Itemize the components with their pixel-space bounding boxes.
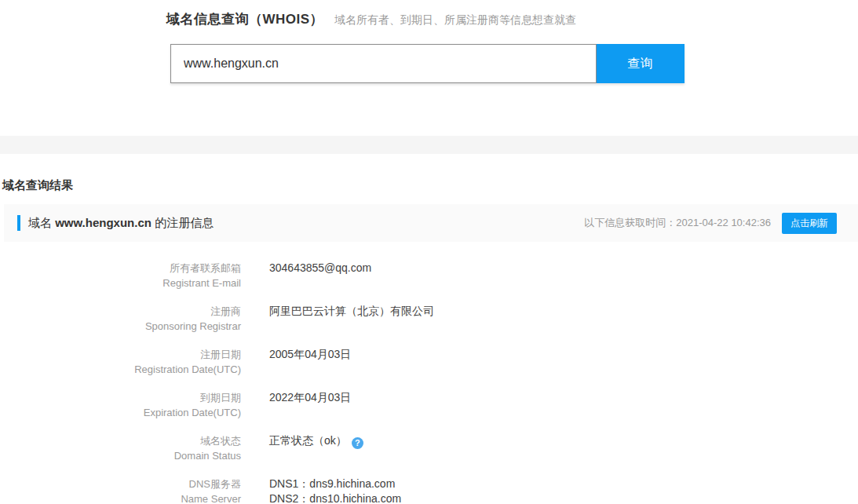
row-value-dns2: DNS2：dns10.hichina.com xyxy=(269,491,401,504)
row-label-en: Name Server xyxy=(0,491,241,504)
row-value: 2005年04月03日 xyxy=(269,347,351,362)
row-label-zh: 到期日期 xyxy=(0,390,241,405)
table-row-registrar: 注册商 Sponsoring Registrar 阿里巴巴云计算（北京）有限公司 xyxy=(0,304,858,334)
search-button[interactable]: 查询 xyxy=(597,44,685,83)
search-section-header: 域名信息查询（WHOIS） 域名所有者、到期日、所属注册商等信息想查就查 xyxy=(166,10,576,28)
row-label-en: Registrant E-mail xyxy=(0,276,241,290)
details-table: 所有者联系邮箱 Registrant E-mail 304643855@qq.c… xyxy=(0,261,858,504)
row-label-en: Registration Date(UTC) xyxy=(0,362,241,377)
row-label-zh: 注册商 xyxy=(0,304,241,319)
result-title-prefix: 域名 xyxy=(28,216,55,229)
table-row-expiration-date: 到期日期 Expiration Date(UTC) 2022年04月03日 xyxy=(0,390,858,420)
section-divider-band xyxy=(0,136,858,154)
table-row-name-server: DNS服务器 Name Server DNS1：dns9.hichina.com… xyxy=(0,477,858,504)
row-label-en: Sponsoring Registrar xyxy=(0,319,241,334)
row-value: 304643855@qq.com xyxy=(269,261,371,276)
page-subtitle: 域名所有者、到期日、所属注册商等信息想查就查 xyxy=(334,13,576,27)
table-row-registrant-email: 所有者联系邮箱 Registrant E-mail 304643855@qq.c… xyxy=(0,261,858,290)
row-label-zh: 所有者联系邮箱 xyxy=(0,261,241,276)
result-title-suffix: 的注册信息 xyxy=(152,216,214,229)
row-value: 阿里巴巴云计算（北京）有限公司 xyxy=(269,304,434,319)
results-section-title: 域名查询结果 xyxy=(2,178,73,193)
row-label-zh: 注册日期 xyxy=(0,347,241,362)
domain-status-text: 正常状态（ok） xyxy=(269,434,347,447)
row-value: 正常状态（ok）? xyxy=(269,433,363,449)
row-label-en: Expiration Date(UTC) xyxy=(0,405,241,420)
help-icon[interactable]: ? xyxy=(352,437,363,449)
result-title: 域名 www.hengxun.cn 的注册信息 xyxy=(28,216,214,231)
table-row-registration-date: 注册日期 Registration Date(UTC) 2005年04月03日 xyxy=(0,347,858,377)
row-label-zh: DNS服务器 xyxy=(0,477,241,491)
table-row-domain-status: 域名状态 Domain Status 正常状态（ok）? xyxy=(0,433,858,463)
row-label-en: Domain Status xyxy=(0,448,241,463)
row-label-zh: 域名状态 xyxy=(0,433,241,448)
row-value-dns1: DNS1：dns9.hichina.com xyxy=(269,477,401,491)
row-value: 2022年04月03日 xyxy=(269,390,351,405)
domain-search-input[interactable] xyxy=(170,44,597,83)
result-header: 域名 www.hengxun.cn 的注册信息 以下信息获取时间：2021-04… xyxy=(4,204,858,242)
page-title: 域名信息查询（WHOIS） xyxy=(166,10,323,28)
refresh-button[interactable]: 点击刷新 xyxy=(782,213,837,234)
search-box: 查询 xyxy=(170,44,685,83)
fetch-time-label: 以下信息获取时间：2021-04-22 10:42:36 xyxy=(584,216,771,230)
result-header-right: 以下信息获取时间：2021-04-22 10:42:36 点击刷新 xyxy=(584,213,858,234)
accent-bar xyxy=(17,215,20,231)
whois-page: 域名信息查询（WHOIS） 域名所有者、到期日、所属注册商等信息想查就查 查询 … xyxy=(0,0,858,504)
result-title-domain: www.hengxun.cn xyxy=(55,216,152,229)
